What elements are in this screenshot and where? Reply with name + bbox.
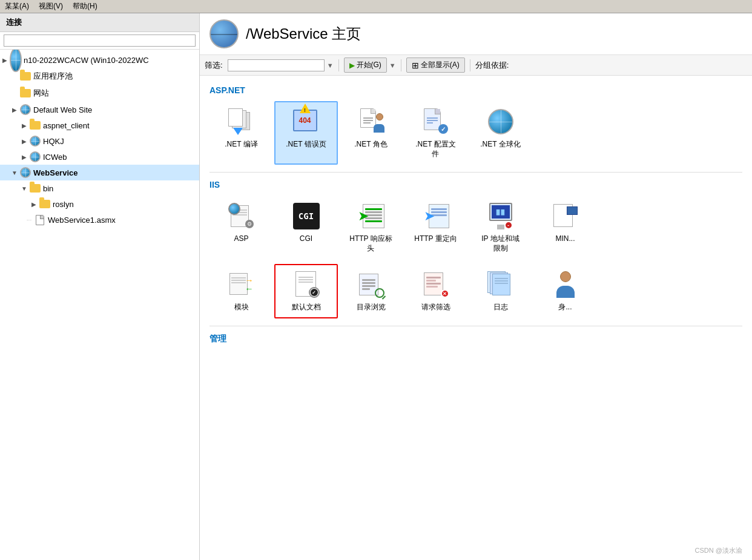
tree-label-machine: n10-2022WCACW (Win10-2022WC [24,56,149,65]
start-label: 开始(G) [357,60,381,70]
watermark: CSDN @淡水渝 [695,546,742,555]
icon-item-reqfilter[interactable]: ✕ 请求筛选 [404,264,467,318]
tree-label-icweb: ICWeb [43,153,67,162]
icon-item-cgi[interactable]: CGI CGI [274,196,338,259]
net-compile-label: .NET 编译 [225,140,257,150]
search-input[interactable] [4,35,196,47]
icon-item-net-compile[interactable]: .NET 编译 [209,101,273,165]
icon-item-mime[interactable]: MIN... [533,196,597,259]
tree-item-roslyn[interactable]: ▶ roslyn [0,196,199,212]
tree-toggle-roslyn[interactable]: ▶ [29,201,39,208]
tree-toggle-icweb[interactable]: ▶ [19,154,29,160]
dirbrowse-icon [357,270,386,299]
icon-item-module[interactable]: → ← 模块 [209,264,273,318]
icon-item-default-doc[interactable]: ✓ 默认文档 [274,264,338,318]
tree-toggle-machine[interactable]: ▶ [0,57,10,64]
globe-icon [19,105,31,114]
tree-item-webservice[interactable]: ▼ WebService [0,165,199,180]
icon-item-identity[interactable]: 身... [533,264,597,318]
icon-item-net-error[interactable]: 404 ! .NET 错误页 [274,101,338,165]
right-panel: /WebService 主页 筛选: ▼ ▶ 开始(G) ▼ ⊞ 全部显示(A)… [200,13,752,560]
show-all-icon: ⊞ [412,61,419,70]
play-icon: ▶ [349,61,355,70]
content-area: ASP.NET .NET 编译 [200,76,752,560]
log-label: 日志 [493,303,508,312]
icon-grid-iis: ⚙ ASP CGI CGI [209,196,742,259]
tree-label-sites: 网站 [33,88,49,99]
tree-toggle-hqkj[interactable]: ▶ [19,138,29,145]
ip-domain-icon: █ █ - [486,202,515,231]
icon-item-dirbrowse[interactable]: 目录浏览 [339,264,403,318]
management-header: 管理 [209,334,742,344]
filter-input[interactable] [228,59,325,71]
toolbar-separator-1 [338,59,339,71]
start-button[interactable]: ▶ 开始(G) [344,58,387,73]
toolbar-separator-2 [401,59,401,71]
icon-item-net-config[interactable]: ✓ .NET 配置文件 [404,101,467,165]
icon-item-asp[interactable]: ⚙ ASP [209,196,273,259]
module-label: 模块 [234,303,249,312]
net-role-icon [357,107,386,136]
icon-item-log[interactable]: 日志 [469,264,532,318]
icon-item-net-role[interactable]: .NET 角色 [339,101,403,165]
net-error-icon: 404 ! [292,107,321,136]
icon-grid-iis2: → ← 模块 [209,264,742,318]
log-icon [486,270,515,299]
mime-label: MIN... [556,234,575,244]
menu-item-edit[interactable]: 视图(V) [39,1,63,12]
tree-label-webservice: WebService [33,168,78,177]
folder-icon [19,71,31,81]
net-config-icon: ✓ [421,107,450,136]
tree-item-apppool[interactable]: 应用程序池 [0,68,199,85]
page-title: /WebService 主页 [246,24,361,44]
cgi-icon: CGI [292,202,321,231]
tree-item-aspnetclient[interactable]: ▶ aspnet_client [0,117,199,133]
tree-toggle-defaultweb[interactable]: ▶ [10,107,19,113]
section-header-aspnet: ASP.NET [209,85,742,95]
icon-item-ip-domain[interactable]: █ █ - IP 地址和域限制 [469,196,532,259]
tree-item-bin[interactable]: ▼ bin [0,180,199,196]
globe-icon [29,152,41,162]
folder-icon [19,88,31,98]
section-header-iis: IIS [209,180,742,189]
toolbar: 筛选: ▼ ▶ 开始(G) ▼ ⊞ 全部显示(A) 分组依据: [200,55,752,76]
menu-item-view[interactable]: 某某(A) [5,1,29,12]
tree-item-hqkj[interactable]: ▶ HQKJ [0,133,199,149]
tree-item-asmx[interactable]: ··· WebService1.asmx [0,212,199,228]
section-divider-1 [209,172,742,173]
menu-item-help[interactable]: 帮助(H) [73,1,97,12]
http-redir-label: HTTP 重定向 [414,234,457,244]
asp-icon: ⚙ [227,202,256,231]
tree-item-sites[interactable]: 网站 [0,85,199,102]
icon-item-net-global[interactable]: .NET 全球化 [469,101,532,165]
asp-label: ASP [234,234,248,244]
show-all-label: 全部显示(A) [421,60,460,70]
reqfilter-label: 请求筛选 [421,303,450,312]
toolbar-separator-3 [470,59,470,71]
icon-item-http-resp[interactable]: ➤ HTTP 响应标头 [339,196,403,259]
tree-toggle-bin[interactable]: ▼ [19,185,29,192]
cgi-display: CGI [293,203,320,229]
dirbrowse-label: 目录浏览 [357,303,386,312]
icon-item-http-redir[interactable]: ➤ HTTP 重定向 [404,196,467,259]
connections-header: 连接 [0,13,199,32]
left-panel: 连接 ▶ n10-2022WCACW (Win10-2022WC 应用程 [0,13,200,560]
file-icon [34,215,46,225]
mime-icon [551,202,580,231]
group-by-label: 分组依据: [475,60,509,71]
show-all-button[interactable]: ⊞ 全部显示(A) [406,58,465,73]
default-doc-icon: ✓ [292,270,321,299]
globe-icon [19,168,31,177]
net-global-label: .NET 全球化 [480,140,520,150]
tree-item-machine[interactable]: ▶ n10-2022WCACW (Win10-2022WC [0,52,199,68]
identity-icon [551,270,580,299]
tree-label-asmx: WebService1.asmx [48,216,116,225]
tree-label-hqkj: HQKJ [43,137,64,146]
tree-item-defaultweb[interactable]: ▶ Default Web Site [0,102,199,117]
icon-grid-aspnet: .NET 编译 404 ! .NET 错误页 [209,101,742,165]
tree-toggle-aspnetclient[interactable]: ▶ [19,122,29,129]
tree-toggle-webservice[interactable]: ▼ [10,170,19,176]
default-doc-label: 默认文档 [292,303,321,312]
identity-label: 身... [558,303,572,312]
tree-item-icweb[interactable]: ▶ ICWeb [0,149,199,165]
